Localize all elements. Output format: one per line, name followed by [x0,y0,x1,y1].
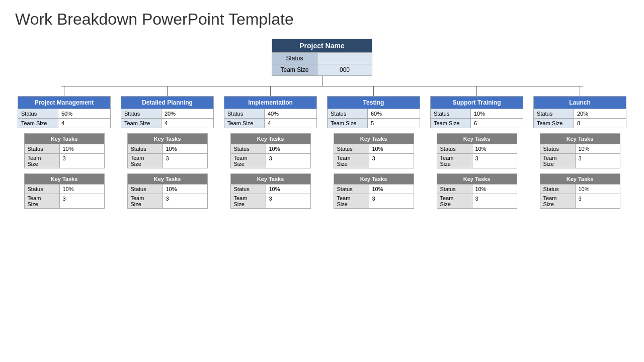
task-team-row-1-1: TeamSize 3 [128,194,207,208]
task-status-value-4-1: 10% [472,185,517,194]
task-team-value-2-1: 3 [266,194,310,208]
dept-team-row-2: Team Size 4 [224,118,316,128]
tasks-container-5: Key Tasks Status 10% TeamSize 3 Key Task… [531,128,629,209]
task-status-value-2-0: 10% [266,144,310,153]
task-status-row-3-1: Status 10% [334,184,414,194]
task-box-5-0: Key Tasks Status 10% TeamSize 3 [540,133,620,168]
task-team-label-1-1: TeamSize [128,194,163,208]
root-title: Project Name [272,39,372,52]
dept-team-label-0: Team Size [18,119,58,128]
dept-status-label-1: Status [121,109,162,118]
task-title-5-1: Key Tasks [540,174,620,184]
task-status-label-3-1: Status [334,185,369,194]
tasks-container-1: Key Tasks Status 10% TeamSize 3 Key Task… [118,128,216,209]
dept-status-row-1: Status 20% [121,109,213,118]
tasks-container-0: Key Tasks Status 10% TeamSize 3 Key Task… [15,128,113,209]
task-team-row-4-1: TeamSize 3 [437,194,517,208]
tree-diagram: Project Name Status Team Size 000 Projec… [15,39,629,209]
task-team-row-2-0: TeamSize 3 [231,153,310,168]
dept-status-row-0: Status 50% [18,109,110,118]
task-team-label-2-1: TeamSize [231,194,266,208]
dept-title-4: Support Training [431,97,523,109]
dept-box-4: Support Training Status 10% Team Size 6 [430,96,523,128]
task-title-4-0: Key Tasks [437,134,517,144]
dept-team-value-4: 6 [471,119,523,128]
task-status-value-1-1: 10% [163,185,207,194]
task-status-row-5-1: Status 10% [540,184,620,194]
task-team-value-4-1: 3 [472,194,517,208]
dept-status-label-5: Status [534,109,574,118]
dept-vline-4 [476,86,477,96]
dept-status-row-3: Status 60% [328,109,420,118]
dept-team-label-4: Team Size [431,119,471,128]
task-status-row-1-0: Status 10% [128,144,207,153]
root-team-label: Team Size [272,64,317,75]
task-status-value-1-0: 10% [163,144,207,153]
page-title: Work Breakdown PowerPoint Template [15,10,629,29]
task-title-2-0: Key Tasks [231,134,310,144]
dept-col-5: Launch Status 20% Team Size 8 Key Tasks … [531,86,629,209]
task-team-row-4-0: TeamSize 3 [437,153,517,168]
task-team-value-5-0: 3 [576,154,620,168]
task-status-row-1-1: Status 10% [128,184,207,194]
dept-title-1: Detailed Planning [121,97,213,109]
dept-team-label-2: Team Size [224,119,265,128]
dept-vline-1 [167,86,168,96]
dept-team-label-1: Team Size [121,119,162,128]
dept-team-row-0: Team Size 4 [18,118,110,128]
dept-box-0: Project Management Status 50% Team Size … [18,96,111,128]
dept-vline-0 [64,86,64,96]
dept-box-5: Launch Status 20% Team Size 8 [533,96,626,128]
task-box-1-0: Key Tasks Status 10% TeamSize 3 [127,133,208,168]
dept-box-2: Implementation Status 40% Team Size 4 [224,96,317,128]
root-connector [322,76,323,86]
task-box-5-1: Key Tasks Status 10% TeamSize 3 [540,173,620,209]
task-status-row-0-1: Status 10% [25,184,104,194]
task-box-4-1: Key Tasks Status 10% TeamSize 3 [437,173,517,209]
task-team-label-3-1: TeamSize [334,194,369,208]
task-team-row-3-0: TeamSize 3 [334,153,414,168]
dept-team-value-1: 4 [162,119,213,128]
dept-status-value-1: 20% [162,109,213,118]
task-team-label-5-0: TeamSize [540,154,576,168]
task-status-label-5-0: Status [540,144,576,153]
task-team-row-3-1: TeamSize 3 [334,194,414,208]
task-team-label-0-0: TeamSize [25,154,60,168]
task-team-label-4-0: TeamSize [437,154,472,168]
task-box-3-1: Key Tasks Status 10% TeamSize 3 [334,173,414,209]
task-team-value-0-0: 3 [60,154,104,168]
task-title-1-0: Key Tasks [128,134,207,144]
task-team-row-5-0: TeamSize 3 [540,153,620,168]
dept-box-3: Testing Status 60% Team Size 5 [327,96,420,128]
root-box: Project Name Status Team Size 000 [272,39,372,76]
dept-title-2: Implementation [224,97,316,109]
dept-col-1: Detailed Planning Status 20% Team Size 4… [118,86,216,209]
task-team-value-2-0: 3 [266,154,310,168]
root-status-row: Status [272,52,372,64]
task-team-value-5-1: 3 [576,194,620,208]
task-status-value-0-1: 10% [60,185,104,194]
task-title-4-1: Key Tasks [437,174,517,184]
root-node: Project Name Status Team Size 000 [272,39,372,86]
task-status-value-4-0: 10% [472,144,517,153]
task-status-value-5-0: 10% [576,144,620,153]
root-team-value: 000 [317,64,372,75]
task-status-row-4-0: Status 10% [437,144,517,153]
dept-title-5: Launch [534,97,626,109]
dept-col-4: Support Training Status 10% Team Size 6 … [428,86,526,209]
dept-status-row-4: Status 10% [431,109,523,118]
task-team-row-2-1: TeamSize 3 [231,194,310,208]
task-box-3-0: Key Tasks Status 10% TeamSize 3 [334,133,414,168]
task-status-label-1-0: Status [128,144,163,153]
task-box-0-0: Key Tasks Status 10% TeamSize 3 [24,133,105,168]
task-team-row-0-0: TeamSize 3 [25,153,104,168]
task-status-row-0-0: Status 10% [25,144,104,153]
task-status-row-2-1: Status 10% [231,184,310,194]
dept-team-value-2: 4 [265,119,316,128]
task-title-3-0: Key Tasks [334,134,414,144]
task-box-2-1: Key Tasks Status 10% TeamSize 3 [230,173,311,209]
dept-team-value-5: 8 [574,119,626,128]
task-title-3-1: Key Tasks [334,174,414,184]
dept-team-row-5: Team Size 8 [534,118,626,128]
dept-col-2: Implementation Status 40% Team Size 4 Ke… [221,86,319,209]
